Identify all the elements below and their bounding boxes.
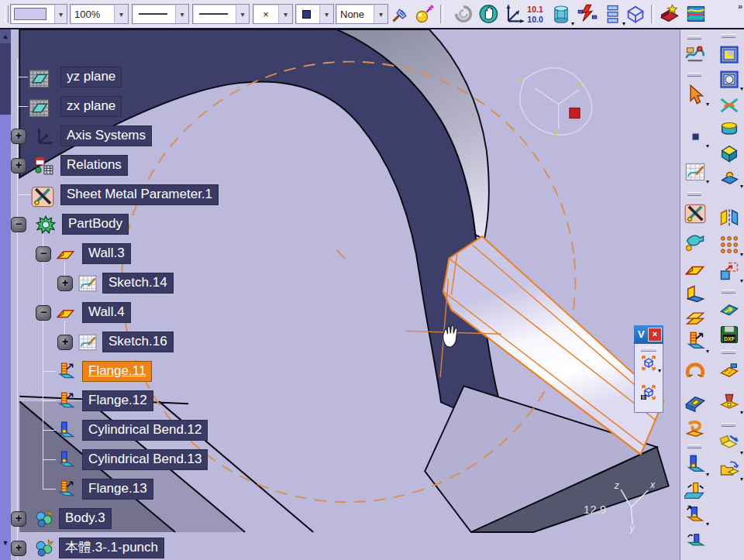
- expander[interactable]: +: [11, 541, 26, 556]
- dropdown-arrow-icon[interactable]: ▾: [740, 409, 743, 416]
- cutout-icon[interactable]: [684, 393, 706, 415]
- recognize-icon[interactable]: [684, 231, 706, 253]
- isometric-view-icon[interactable]: ▾: [639, 353, 658, 372]
- dropdown-arrow-icon[interactable]: ▾: [706, 520, 709, 527]
- toolbar-handle[interactable]: [722, 423, 735, 427]
- paint-brush-button[interactable]: [391, 3, 412, 25]
- chevron-down-icon[interactable]: ▾: [374, 5, 388, 23]
- select-arrow-icon[interactable]: ▾: [684, 84, 706, 105]
- expander[interactable]: +: [57, 276, 73, 291]
- fill-color-combo[interactable]: ▾: [10, 4, 67, 24]
- toolbar-overflow[interactable]: »: [738, 2, 742, 11]
- toolbar-handle[interactable]: [687, 445, 701, 448]
- bend-from-flat-icon[interactable]: [718, 94, 740, 116]
- chevron-down-icon[interactable]: ▾: [175, 5, 188, 23]
- render-style-combo[interactable]: None ▾: [336, 4, 388, 24]
- zoom-combo[interactable]: 100% ▾: [70, 4, 129, 24]
- toolbar-handle[interactable]: [687, 192, 701, 196]
- drawing-box-icon[interactable]: ▾: [718, 432, 740, 454]
- constraint-bolt-button[interactable]: [577, 3, 598, 25]
- tree-item-cylindrical-bend12[interactable]: Cylindrical Bend.12: [0, 420, 326, 441]
- expander[interactable]: −: [36, 246, 51, 262]
- tree-item-label[interactable]: PartBody: [62, 214, 129, 235]
- dropdown-arrow-icon[interactable]: ▾: [706, 348, 709, 355]
- toolbar-handle[interactable]: [687, 36, 701, 40]
- list-button[interactable]: ▾: [601, 3, 623, 25]
- tree-item-label[interactable]: Flange.12: [82, 390, 153, 411]
- dropdown-arrow-icon[interactable]: ▾: [658, 367, 661, 374]
- expander[interactable]: +: [57, 335, 73, 350]
- tree-item-label[interactable]: Relations: [60, 155, 128, 176]
- wall-icon[interactable]: [684, 259, 706, 280]
- magic-wand-button[interactable]: [414, 3, 436, 25]
- sheet-metal-parameters-icon[interactable]: [684, 203, 706, 225]
- point-icon[interactable]: ▾: [684, 125, 706, 147]
- walls-group-icon[interactable]: [718, 43, 740, 65]
- dropdown-arrow-icon[interactable]: ▾: [740, 183, 743, 190]
- tree-item-wall4[interactable]: − Wall.4: [0, 302, 326, 324]
- compass-handle[interactable]: [570, 108, 580, 118]
- stamp-icon[interactable]: ▾: [718, 166, 740, 187]
- unfolding-icon[interactable]: [684, 480, 706, 502]
- catalog-button[interactable]: ▾: [550, 3, 572, 25]
- box-icon[interactable]: [718, 143, 740, 164]
- dropdown-arrow-icon[interactable]: ▾: [740, 85, 743, 92]
- dropdown-arrow-icon[interactable]: ▾: [740, 277, 743, 284]
- tree-item-yz-plane[interactable]: yz plane: [0, 67, 326, 88]
- wireframe-box-button[interactable]: [625, 3, 646, 25]
- expander[interactable]: +: [11, 129, 26, 144]
- pan-globe-button[interactable]: [478, 3, 500, 25]
- expander[interactable]: −: [36, 305, 51, 321]
- dropdown-arrow-icon[interactable]: ▾: [740, 251, 743, 258]
- dropdown-arrow-icon[interactable]: ▾: [571, 20, 574, 27]
- wall-on-edge-icon[interactable]: [684, 283, 706, 305]
- cylindrical-bend-icon[interactable]: [718, 118, 740, 139]
- tree-item-flange12[interactable]: Flange.12: [0, 390, 326, 412]
- tree-item-wall3[interactable]: − Wall.3: [0, 243, 326, 265]
- update-button[interactable]: [453, 3, 474, 25]
- punch-die-icon[interactable]: ▾: [718, 392, 740, 414]
- dropdown-arrow-icon[interactable]: ▾: [706, 178, 709, 185]
- export-folder-icon[interactable]: ▾: [718, 459, 740, 480]
- tree-item-label[interactable]: Flange.13: [82, 479, 153, 500]
- tree-item-label[interactable]: zx plane: [60, 96, 122, 117]
- dropdown-arrow-icon[interactable]: ▾: [740, 476, 743, 483]
- flat-bend-icon[interactable]: [684, 530, 706, 551]
- expander[interactable]: +: [11, 511, 26, 527]
- toolbar-handle[interactable]: [722, 34, 735, 38]
- chevron-down-icon[interactable]: ▾: [278, 5, 292, 23]
- pattern-icon[interactable]: ▾: [718, 234, 740, 256]
- tree-item-label[interactable]: Wall.4: [82, 302, 131, 323]
- floating-toolbar-titlebar[interactable]: V ×: [634, 325, 663, 344]
- tree-item-label[interactable]: Cylindrical Bend.13: [82, 449, 208, 470]
- tree-item-flange13[interactable]: Flange.13: [0, 479, 326, 500]
- tree-item-label[interactable]: Sketch.14: [102, 273, 174, 294]
- expander[interactable]: −: [11, 217, 26, 232]
- tree-item-axis-systems[interactable]: + Axis Systems: [0, 125, 326, 147]
- tree-item-body3-punch[interactable]: + 本體.3-.1-punch: [0, 538, 326, 559]
- dropdown-arrow-icon[interactable]: ▾: [706, 143, 709, 149]
- hem-icon[interactable]: [684, 418, 706, 440]
- tree-item-label[interactable]: Body.3: [59, 508, 112, 529]
- tree-item-label[interactable]: Axis Systems: [60, 125, 152, 146]
- material-wedge-button[interactable]: [659, 3, 680, 25]
- mirror-icon[interactable]: [718, 208, 740, 229]
- dxf-save-icon[interactable]: [718, 324, 740, 345]
- tree-item-sketch16[interactable]: + Sketch.16: [0, 332, 326, 353]
- tree-item-relations[interactable]: + Relations: [0, 155, 326, 177]
- tree-item-flange11[interactable]: Flange.11: [0, 361, 326, 383]
- multi-view-icon[interactable]: [639, 383, 658, 401]
- sketcher-icon[interactable]: ▾: [684, 161, 706, 183]
- point-style-combo[interactable]: ▾: [295, 4, 334, 24]
- dropdown-arrow-icon[interactable]: ▾: [740, 449, 743, 456]
- dropdown-arrow-icon[interactable]: ▾: [706, 471, 709, 478]
- mean-dimensions-button[interactable]: [525, 3, 547, 25]
- symbol-combo[interactable]: × ▾: [253, 4, 293, 24]
- line-type-combo[interactable]: ▾: [132, 4, 189, 24]
- tree-item-zx-plane[interactable]: zx plane: [0, 96, 326, 118]
- tree-item-label[interactable]: 本體.3-.1-punch: [59, 538, 164, 558]
- chevron-down-icon[interactable]: ▾: [114, 5, 128, 23]
- tree-item-label[interactable]: Wall.3: [82, 243, 131, 264]
- tree-item-label[interactable]: Sketch.16: [102, 332, 174, 352]
- tree-item-partbody[interactable]: − PartBody: [0, 214, 326, 235]
